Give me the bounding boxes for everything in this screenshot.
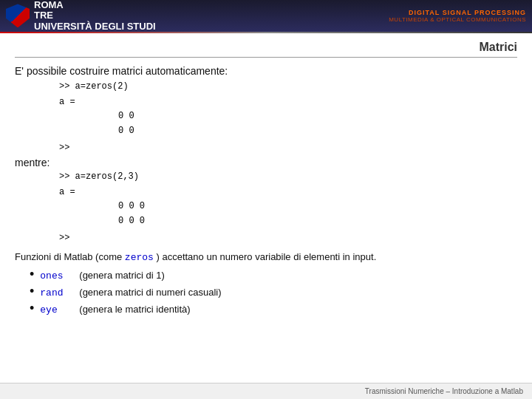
code-output-label-2: a = [59,185,517,200]
header-left: ROMATRE UNIVERSITÀ DEGLI STUDI [6,0,156,32]
header-right: DIGITAL SIGNAL PROCESSING MULTIMEDIA & O… [389,9,526,23]
header: ROMATRE UNIVERSITÀ DEGLI STUDI DIGITAL S… [0,0,532,32]
matrix-2-row-1: 0 0 0 [118,200,517,214]
header-right-subtitle: MULTIMEDIA & OPTICAL COMMUNICATIONS [389,16,526,23]
matrix-1-row-1: 0 0 [118,109,517,123]
main-content: Matrici E' possibile costruire matrici a… [0,33,532,324]
logo-shield-icon [6,4,30,27]
bottom-text-3: elementi in input. [304,251,376,262]
bullet-list: • ones (genera matrici di 1) • rand (gen… [30,267,517,318]
bullet-dot-1: • [30,267,34,281]
zeros-highlight: zeros [125,252,154,263]
bullet-code-rand: rand [40,286,73,301]
list-item: • eye (genera le matrici identità) [30,301,517,318]
logo-title: ROMATRE [34,0,156,21]
matrix-2-row-2: 0 0 0 [118,214,517,228]
intro-text: E' possibile costruire matrici automatic… [15,65,517,77]
footer: Trasmissioni Numeriche – Introduzione a … [0,383,532,399]
bullet-dot-2: • [30,284,34,298]
page-title: Matrici [15,41,517,58]
matrix-1: 0 0 0 0 [118,109,517,137]
header-right-title: DIGITAL SIGNAL PROCESSING [389,9,526,16]
matrix-1-row-2: 0 0 [118,124,517,138]
list-item: • ones (genera matrici di 1) [30,267,517,284]
bullet-desc-eye: (genera le matrici identità) [79,302,190,318]
bullet-desc-ones: (genera matrici di 1) [79,268,165,284]
bullet-code-ones: ones [40,269,73,284]
code-output-label-1: a = [59,95,517,109]
footer-text: Trasmissioni Numeriche – Introduzione a … [365,387,523,395]
code-section-1: >> a=zeros(2) a = 0 0 0 0 >> [59,80,517,155]
code-prompt-1: >> a=zeros(2) [59,80,517,94]
mentre-label: mentre: [15,157,517,168]
code-prompt-end-2: >> [59,231,517,245]
list-item: • rand (genera matrici di numeri casuali… [30,284,517,301]
bullet-code-eye: eye [40,303,73,318]
university-subtitle: UNIVERSITÀ DEGLI STUDI [34,21,156,32]
bottom-text-1: Funzioni di Matlab (come [15,251,122,262]
logo-text-block: ROMATRE UNIVERSITÀ DEGLI STUDI [34,0,156,32]
matrix-2: 0 0 0 0 0 0 [118,200,517,228]
bullet-desc-rand: (genera matrici di numeri casuali) [79,285,221,301]
bottom-text-2: ) accettano un numero variabile di [157,251,301,262]
bullet-dot-3: • [30,301,34,315]
code-section-2: >> a=zeros(2,3) a = 0 0 0 0 0 0 >> [59,170,517,245]
code-prompt-2: >> a=zeros(2,3) [59,170,517,184]
code-prompt-end-1: >> [59,141,517,155]
bottom-text-block: Funzioni di Matlab (come zeros ) accetta… [15,250,517,265]
